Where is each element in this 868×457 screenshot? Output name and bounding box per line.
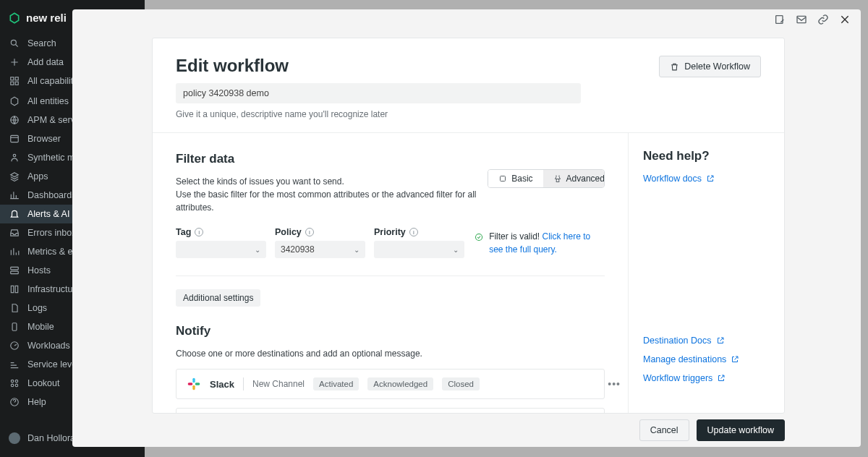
status-pill: Activated <box>313 377 359 390</box>
search-icon <box>9 38 20 49</box>
sidebar-item-label: Browser <box>27 134 61 144</box>
notify-name: Slack <box>210 379 234 390</box>
filter-advanced-label: Advanced <box>566 174 605 184</box>
svg-rect-12 <box>12 323 17 331</box>
svg-rect-6 <box>11 135 19 142</box>
svg-rect-9 <box>11 271 19 274</box>
filter-basic-label: Basic <box>511 174 532 184</box>
sidebar-item-label: Hosts <box>27 265 51 276</box>
additional-settings-button[interactable]: Additional settings <box>176 289 260 307</box>
notify-desc: Choose one or more destinations and add … <box>176 347 605 360</box>
grid-icon <box>9 75 20 87</box>
info-icon[interactable]: i <box>195 228 203 236</box>
policy-dropdown[interactable]: 3420938⌄ <box>275 241 365 258</box>
help-link-label: Workflow triggers <box>643 373 712 383</box>
external-icon <box>717 374 726 383</box>
sidebar-item-label: Apps <box>27 171 48 181</box>
external-icon <box>716 336 725 345</box>
note-icon[interactable] <box>774 14 786 27</box>
notify-row-slack[interactable]: Slack New Channel Activated Acknowledged… <box>176 369 605 399</box>
svg-rect-23 <box>192 378 195 383</box>
svg-point-22 <box>476 234 482 240</box>
file-icon <box>9 302 20 314</box>
help-link-manage-destinations[interactable]: Manage destinations <box>643 354 770 364</box>
modal: Edit workflow Give it a unique, descript… <box>72 9 861 447</box>
tag-dropdown[interactable]: ⌄ <box>176 241 266 258</box>
svg-rect-2 <box>15 77 18 80</box>
priority-dropdown[interactable]: ⌄ <box>374 241 464 258</box>
row-menu-icon[interactable]: ••• <box>608 378 621 390</box>
main-column: Filter data Select the kinds of issues y… <box>153 133 629 413</box>
sidebar-item-label: Add data <box>27 57 64 67</box>
bell-icon <box>9 208 20 220</box>
svg-point-14 <box>11 380 14 383</box>
link-icon[interactable] <box>817 14 829 27</box>
filter-desc2: Use the basic filter for the most common… <box>176 188 488 214</box>
policy-value: 3420938 <box>281 244 315 255</box>
workflow-name-input[interactable] <box>176 83 581 103</box>
sidebar-item-label: Alerts & AI <box>27 209 69 219</box>
filter-mode-toggle: Basic Advanced <box>488 169 605 188</box>
help-link-label: Manage destinations <box>643 354 726 364</box>
name-helper: Give it a unique, descriptive name you'l… <box>176 109 581 119</box>
filter-basic-button[interactable]: Basic <box>488 170 542 187</box>
close-icon[interactable] <box>839 14 851 27</box>
svg-rect-25 <box>192 385 195 390</box>
svg-rect-19 <box>776 16 783 24</box>
globe-icon <box>9 114 20 126</box>
circles-icon <box>9 377 20 389</box>
browser-icon <box>9 133 20 145</box>
svg-point-7 <box>13 154 16 157</box>
policy-label: Policy <box>275 227 302 237</box>
cancel-button[interactable]: Cancel <box>639 419 689 441</box>
filter-advanced-button[interactable]: Advanced <box>543 170 605 187</box>
workflow-card: Edit workflow Give it a unique, descript… <box>152 38 785 414</box>
help-column: Need help? Workflow docs Destination Doc… <box>629 133 784 413</box>
info-icon[interactable]: i <box>305 228 314 236</box>
svg-rect-24 <box>195 383 200 385</box>
person-icon <box>9 152 20 163</box>
filter-valid-text: Filter is valid! <box>489 231 540 242</box>
sidebar-item-label: Mobile <box>27 322 54 332</box>
page-title: Edit workflow <box>176 56 581 76</box>
inbox-icon <box>9 227 20 239</box>
card-header: Edit workflow Give it a unique, descript… <box>153 38 784 132</box>
help-link-destination-docs[interactable]: Destination Docs <box>643 336 770 346</box>
mail-icon[interactable] <box>796 14 807 27</box>
sidebar-item-label: Lookout <box>27 378 59 388</box>
check-circle-icon <box>475 231 483 244</box>
infra-icon <box>9 283 20 295</box>
svg-rect-3 <box>11 82 14 85</box>
svg-rect-26 <box>188 383 193 385</box>
help-link-workflow-docs[interactable]: Workflow docs <box>643 174 770 184</box>
info-icon[interactable]: i <box>409 228 418 236</box>
help-link-label: Workflow docs <box>643 174 702 184</box>
modal-footer: Cancel Update workflow <box>72 414 861 447</box>
priority-label: Priority <box>374 227 406 237</box>
notify-row-email[interactable]: @newrelic.com Activated Acknowledged Clo… <box>176 408 605 413</box>
chevron-down-icon: ⌄ <box>453 246 459 254</box>
svg-point-0 <box>11 40 16 45</box>
help-heading: Need help? <box>643 149 770 163</box>
chart-icon <box>9 189 20 201</box>
svg-rect-11 <box>15 286 18 292</box>
sidebar-item-label: Dashboards <box>27 190 76 200</box>
sidebar-item-label: Errors inbox <box>27 228 76 238</box>
divider <box>176 276 605 276</box>
sidebar-item-label: Workloads <box>27 341 70 351</box>
tag-label: Tag <box>176 227 191 237</box>
notify-heading: Notify <box>176 324 605 338</box>
help-link-label: Destination Docs <box>643 336 712 346</box>
mobile-icon <box>9 321 20 333</box>
delete-workflow-button[interactable]: Delete Workflow <box>659 56 761 77</box>
sidebar-item-label: Logs <box>27 303 47 313</box>
update-workflow-button[interactable]: Update workflow <box>697 419 785 441</box>
notify-sub: New Channel <box>252 379 305 389</box>
bars-icon <box>9 246 20 257</box>
slack-icon <box>187 377 201 391</box>
svg-rect-21 <box>501 176 506 181</box>
svg-rect-4 <box>15 82 18 85</box>
svg-point-15 <box>15 380 18 383</box>
help-link-workflow-triggers[interactable]: Workflow triggers <box>643 373 770 383</box>
help-icon <box>9 396 20 408</box>
